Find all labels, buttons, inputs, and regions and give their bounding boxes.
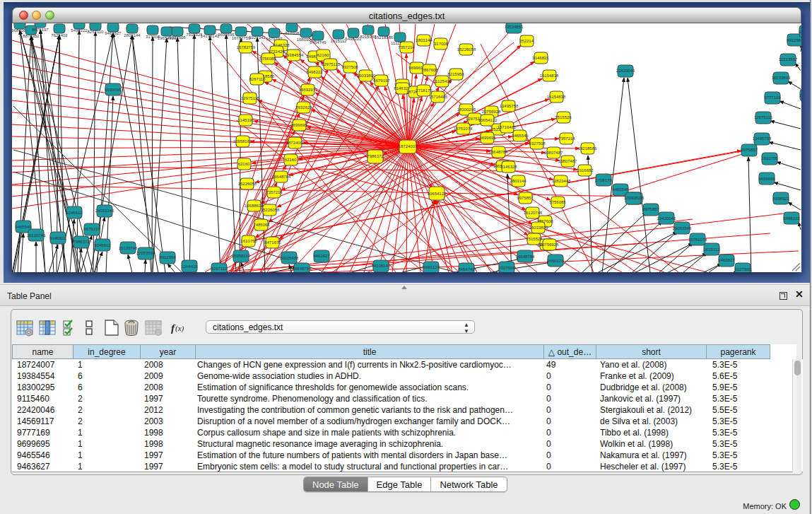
svg-text:16648784: 16648784 [516,255,535,259]
svg-text:14136141: 14136141 [201,34,220,38]
svg-text:23420046: 23420046 [657,216,676,221]
svg-text:2718179: 2718179 [799,93,801,98]
svg-text:9146821: 9146821 [49,236,66,240]
svg-text:12975115: 12975115 [322,62,341,66]
svg-text:9327508: 9327508 [529,141,546,146]
svg-text:16154838: 16154838 [540,74,559,78]
svg-text:16154838: 16154838 [547,95,566,99]
svg-text:29053346: 29053346 [673,226,692,230]
svg-text:62160: 62160 [238,162,250,166]
svg-text:62160: 62160 [285,158,297,162]
svg-text:62160: 62160 [317,53,329,57]
svg-text:9699695: 9699695 [479,136,496,140]
svg-text:12213967: 12213967 [779,57,798,62]
svg-text:7357214: 7357214 [558,136,575,141]
svg-text:9975857: 9975857 [517,196,534,200]
svg-text:15692971: 15692971 [299,88,318,92]
svg-text:16033809: 16033809 [357,74,376,78]
svg-text:7632621: 7632621 [295,105,312,110]
svg-text:12353594: 12353594 [136,251,155,255]
svg-text:9463627: 9463627 [313,254,330,258]
svg-text:1244415: 1244415 [181,264,198,269]
svg-text:2803144: 2803144 [416,38,433,42]
svg-text:18724007: 18724007 [286,141,305,145]
svg-text:9227342: 9227342 [799,30,801,34]
svg-text:2867608: 2867608 [421,68,438,72]
svg-text:9660124: 9660124 [423,265,440,269]
svg-text:252214: 252214 [519,39,534,43]
svg-text:16120746: 16120746 [524,211,543,215]
svg-text:9327508: 9327508 [498,266,515,270]
svg-text:18300295: 18300295 [457,107,476,112]
svg-text:8912954: 8912954 [159,255,176,259]
svg-text:15716485: 15716485 [498,125,517,129]
svg-text:8471676: 8471676 [264,240,281,245]
svg-text:18724007: 18724007 [399,144,418,148]
svg-text:15751074: 15751074 [688,238,707,242]
svg-text:12823448: 12823448 [552,179,571,183]
svg-text:16782759: 16782759 [237,45,256,49]
svg-text:8878352: 8878352 [23,34,40,38]
svg-text:1145191: 1145191 [238,118,255,122]
svg-text:7625402: 7625402 [51,33,68,37]
svg-text:29053346: 29053346 [95,209,114,213]
svg-text:9699695: 9699695 [105,88,122,92]
svg-text:8146328: 8146328 [500,165,517,169]
svg-text:6679197: 6679197 [373,78,390,83]
svg-text:16120746: 16120746 [119,246,138,250]
svg-text:9245612: 9245612 [66,211,83,215]
svg-text:20756928: 20756928 [540,243,559,247]
svg-text:10654122: 10654122 [478,118,498,122]
svg-text:1610755: 1610755 [240,239,257,243]
svg-text:13524851: 13524851 [505,25,524,29]
svg-text:7485063: 7485063 [253,223,270,227]
svg-text:19384554: 19384554 [285,53,304,57]
svg-text:8454749: 8454749 [458,267,475,271]
svg-text:1610755: 1610755 [761,156,778,160]
svg-text:9465546: 9465546 [612,187,629,192]
svg-text:9777169: 9777169 [764,95,781,100]
svg-text:13495758: 13495758 [753,136,772,141]
svg-text:9465546: 9465546 [512,134,529,138]
svg-text:8267110: 8267110 [211,267,228,271]
svg-text:9327508: 9327508 [341,65,358,69]
svg-text:(x): (x) [175,324,184,333]
svg-text:9975857: 9975857 [642,207,659,211]
svg-text:1916682: 1916682 [577,168,594,173]
svg-text:8938921: 8938921 [772,197,789,201]
svg-text:7986372: 7986372 [367,154,384,158]
svg-text:8912954: 8912954 [787,38,801,42]
svg-text:2718179: 2718179 [595,178,612,182]
svg-text:9463627: 9463627 [718,258,735,262]
svg-text:8454749: 8454749 [310,40,326,45]
svg-text:1615112: 1615112 [704,247,721,252]
svg-text:2803144: 2803144 [124,33,141,37]
svg-text:7986372: 7986372 [73,240,90,244]
svg-text:6679197: 6679197 [83,227,100,231]
svg-text:16120746: 16120746 [27,233,46,238]
svg-text:12975115: 12975115 [241,96,260,100]
svg-text:6679197: 6679197 [32,28,49,32]
svg-text:10807487: 10807487 [558,159,577,163]
svg-text:9327508: 9327508 [169,35,186,40]
svg-text:15716485: 15716485 [429,95,448,99]
svg-text:2803144: 2803144 [510,179,526,183]
svg-text:19218586: 19218586 [375,35,394,40]
svg-text:9465546: 9465546 [15,225,32,229]
svg-text:9699695: 9699695 [290,123,307,127]
svg-text:10654122: 10654122 [428,192,447,196]
svg-text:19218586: 19218586 [578,146,597,151]
svg-text:20756928: 20756928 [482,110,501,114]
svg-text:9699695: 9699695 [758,177,775,181]
svg-text:16648784: 16648784 [489,150,508,154]
svg-text:13495758: 13495758 [500,104,519,108]
svg-text:11125419: 11125419 [433,79,452,83]
svg-text:9146821: 9146821 [532,56,549,60]
svg-text:16033809: 16033809 [772,76,791,80]
svg-text:7357214: 7357214 [398,45,415,49]
svg-text:15226058: 15226058 [457,47,476,52]
svg-text:9660124: 9660124 [547,259,564,263]
svg-text:10807487: 10807487 [544,151,563,155]
svg-text:10958167: 10958167 [233,139,252,144]
svg-text:5756085: 5756085 [549,200,566,204]
